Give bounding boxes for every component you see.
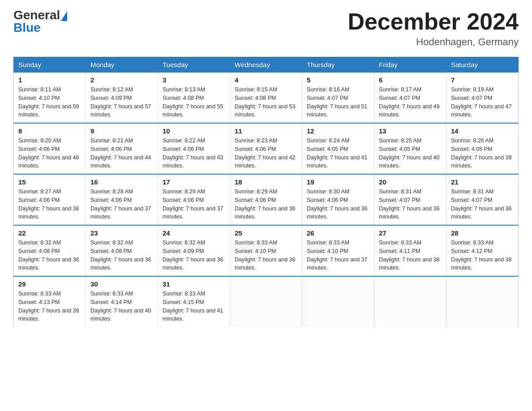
header-friday: Friday — [374, 57, 446, 73]
day-info: Sunrise: 8:29 AMSunset: 4:06 PMDaylight:… — [235, 188, 296, 220]
day-info: Sunrise: 8:11 AMSunset: 4:10 PMDaylight:… — [18, 86, 79, 118]
calendar-body: 1 Sunrise: 8:11 AMSunset: 4:10 PMDayligh… — [14, 73, 519, 327]
calendar-week-row: 8 Sunrise: 8:20 AMSunset: 4:06 PMDayligh… — [14, 123, 519, 174]
day-number: 22 — [18, 229, 81, 237]
calendar-day-cell: 22 Sunrise: 8:32 AMSunset: 4:08 PMDaylig… — [14, 225, 86, 276]
day-number: 17 — [163, 178, 225, 186]
day-info: Sunrise: 8:31 AMSunset: 4:07 PMDaylight:… — [379, 188, 440, 220]
calendar-week-row: 1 Sunrise: 8:11 AMSunset: 4:10 PMDayligh… — [14, 73, 519, 124]
day-number: 24 — [163, 229, 225, 237]
day-info: Sunrise: 8:19 AMSunset: 4:07 PMDaylight:… — [451, 86, 512, 118]
day-number: 23 — [90, 229, 153, 237]
calendar-day-cell — [446, 276, 519, 327]
calendar-day-cell: 30 Sunrise: 8:33 AMSunset: 4:14 PMDaylig… — [86, 276, 158, 327]
day-number: 26 — [307, 229, 369, 237]
day-number: 6 — [379, 76, 442, 84]
calendar-day-cell: 8 Sunrise: 8:20 AMSunset: 4:06 PMDayligh… — [14, 123, 86, 174]
calendar-day-cell: 29 Sunrise: 8:33 AMSunset: 4:13 PMDaylig… — [14, 276, 86, 327]
day-number: 2 — [90, 76, 153, 84]
day-info: Sunrise: 8:26 AMSunset: 4:05 PMDaylight:… — [451, 137, 512, 169]
calendar-day-cell: 4 Sunrise: 8:15 AMSunset: 4:08 PMDayligh… — [230, 73, 302, 124]
day-info: Sunrise: 8:32 AMSunset: 4:08 PMDaylight:… — [90, 240, 151, 271]
day-number: 16 — [90, 178, 153, 186]
logo-triangle-icon — [61, 11, 67, 21]
logo: General Blue — [13, 9, 67, 34]
calendar-day-cell — [302, 276, 374, 327]
calendar-day-cell: 25 Sunrise: 8:33 AMSunset: 4:10 PMDaylig… — [230, 225, 302, 276]
day-number: 12 — [307, 127, 369, 135]
day-info: Sunrise: 8:33 AMSunset: 4:11 PMDaylight:… — [379, 240, 440, 271]
weekday-header-row: Sunday Monday Tuesday Wednesday Thursday… — [14, 57, 519, 73]
day-info: Sunrise: 8:33 AMSunset: 4:14 PMDaylight:… — [90, 291, 151, 322]
calendar-day-cell: 6 Sunrise: 8:17 AMSunset: 4:07 PMDayligh… — [374, 73, 446, 124]
logo-general-text: General — [13, 9, 60, 21]
day-info: Sunrise: 8:15 AMSunset: 4:08 PMDaylight:… — [235, 86, 296, 118]
day-number: 20 — [379, 178, 442, 186]
day-number: 3 — [163, 76, 225, 84]
day-info: Sunrise: 8:22 AMSunset: 4:06 PMDaylight:… — [163, 137, 223, 169]
day-info: Sunrise: 8:12 AMSunset: 4:09 PMDaylight:… — [90, 86, 151, 118]
day-info: Sunrise: 8:28 AMSunset: 4:06 PMDaylight:… — [90, 188, 151, 220]
day-info: Sunrise: 8:30 AMSunset: 4:06 PMDaylight:… — [307, 188, 368, 220]
calendar-day-cell: 13 Sunrise: 8:25 AMSunset: 4:05 PMDaylig… — [374, 123, 446, 174]
day-number: 14 — [451, 127, 514, 135]
calendar-day-cell: 31 Sunrise: 8:33 AMSunset: 4:15 PMDaylig… — [158, 276, 230, 327]
day-info: Sunrise: 8:33 AMSunset: 4:13 PMDaylight:… — [18, 291, 79, 322]
day-number: 7 — [451, 76, 514, 84]
day-number: 8 — [18, 127, 81, 135]
day-number: 31 — [163, 280, 225, 288]
header-sunday: Sunday — [14, 57, 86, 73]
day-info: Sunrise: 8:23 AMSunset: 4:06 PMDaylight:… — [235, 137, 296, 169]
calendar-day-cell: 9 Sunrise: 8:21 AMSunset: 4:06 PMDayligh… — [86, 123, 158, 174]
day-number: 27 — [379, 229, 442, 237]
calendar-header: Sunday Monday Tuesday Wednesday Thursday… — [14, 57, 519, 73]
day-number: 11 — [235, 127, 297, 135]
day-info: Sunrise: 8:24 AMSunset: 4:05 PMDaylight:… — [307, 137, 368, 169]
calendar-day-cell: 10 Sunrise: 8:22 AMSunset: 4:06 PMDaylig… — [158, 123, 230, 174]
calendar-week-row: 15 Sunrise: 8:27 AMSunset: 4:06 PMDaylig… — [14, 174, 519, 225]
calendar-day-cell: 11 Sunrise: 8:23 AMSunset: 4:06 PMDaylig… — [230, 123, 302, 174]
header-monday: Monday — [86, 57, 158, 73]
calendar-day-cell: 3 Sunrise: 8:13 AMSunset: 4:08 PMDayligh… — [158, 73, 230, 124]
day-info: Sunrise: 8:21 AMSunset: 4:06 PMDaylight:… — [90, 137, 151, 169]
calendar-location: Hodenhagen, Germany — [348, 36, 519, 48]
calendar-day-cell: 28 Sunrise: 8:33 AMSunset: 4:12 PMDaylig… — [446, 225, 519, 276]
day-number: 1 — [18, 76, 81, 84]
calendar-title: December 2024 — [348, 9, 519, 34]
day-number: 25 — [235, 229, 297, 237]
calendar-day-cell — [374, 276, 446, 327]
day-info: Sunrise: 8:29 AMSunset: 4:06 PMDaylight:… — [163, 188, 223, 220]
day-number: 13 — [379, 127, 442, 135]
calendar-day-cell: 24 Sunrise: 8:32 AMSunset: 4:09 PMDaylig… — [158, 225, 230, 276]
day-info: Sunrise: 8:16 AMSunset: 4:07 PMDaylight:… — [307, 86, 368, 118]
day-info: Sunrise: 8:33 AMSunset: 4:10 PMDaylight:… — [307, 240, 368, 271]
calendar-day-cell: 23 Sunrise: 8:32 AMSunset: 4:08 PMDaylig… — [86, 225, 158, 276]
calendar-day-cell: 18 Sunrise: 8:29 AMSunset: 4:06 PMDaylig… — [230, 174, 302, 225]
calendar-day-cell: 26 Sunrise: 8:33 AMSunset: 4:10 PMDaylig… — [302, 225, 374, 276]
calendar-day-cell: 21 Sunrise: 8:31 AMSunset: 4:07 PMDaylig… — [446, 174, 519, 225]
title-block: December 2024 Hodenhagen, Germany — [348, 9, 519, 48]
day-number: 19 — [307, 178, 369, 186]
day-number: 30 — [90, 280, 153, 288]
day-info: Sunrise: 8:13 AMSunset: 4:08 PMDaylight:… — [163, 86, 223, 118]
day-info: Sunrise: 8:33 AMSunset: 4:12 PMDaylight:… — [451, 240, 512, 271]
day-info: Sunrise: 8:33 AMSunset: 4:10 PMDaylight:… — [235, 240, 296, 271]
day-number: 4 — [235, 76, 297, 84]
calendar-day-cell: 1 Sunrise: 8:11 AMSunset: 4:10 PMDayligh… — [14, 73, 86, 124]
day-number: 29 — [18, 280, 81, 288]
day-info: Sunrise: 8:25 AMSunset: 4:05 PMDaylight:… — [379, 137, 440, 169]
calendar-day-cell: 16 Sunrise: 8:28 AMSunset: 4:06 PMDaylig… — [86, 174, 158, 225]
header-wednesday: Wednesday — [230, 57, 302, 73]
header-tuesday: Tuesday — [158, 57, 230, 73]
day-number: 15 — [18, 178, 81, 186]
calendar-table: Sunday Monday Tuesday Wednesday Thursday… — [13, 57, 519, 327]
calendar-day-cell: 17 Sunrise: 8:29 AMSunset: 4:06 PMDaylig… — [158, 174, 230, 225]
day-info: Sunrise: 8:20 AMSunset: 4:06 PMDaylight:… — [18, 137, 79, 169]
day-info: Sunrise: 8:32 AMSunset: 4:08 PMDaylight:… — [18, 240, 79, 271]
day-info: Sunrise: 8:27 AMSunset: 4:06 PMDaylight:… — [18, 188, 79, 220]
calendar-day-cell: 5 Sunrise: 8:16 AMSunset: 4:07 PMDayligh… — [302, 73, 374, 124]
calendar-day-cell: 20 Sunrise: 8:31 AMSunset: 4:07 PMDaylig… — [374, 174, 446, 225]
calendar-day-cell: 14 Sunrise: 8:26 AMSunset: 4:05 PMDaylig… — [446, 123, 519, 174]
calendar-day-cell: 2 Sunrise: 8:12 AMSunset: 4:09 PMDayligh… — [86, 73, 158, 124]
calendar-week-row: 22 Sunrise: 8:32 AMSunset: 4:08 PMDaylig… — [14, 225, 519, 276]
